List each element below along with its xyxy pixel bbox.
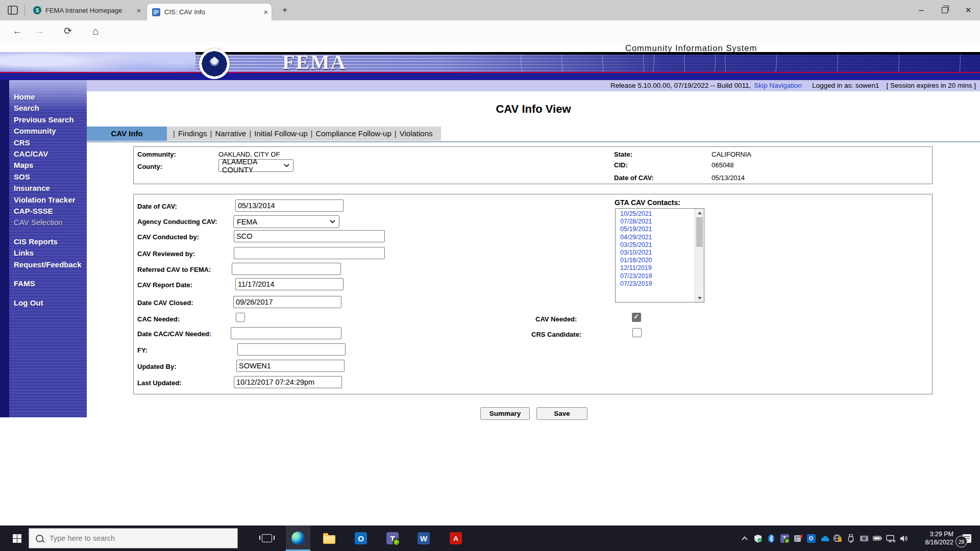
cav-needed-checkbox[interactable] [632, 313, 641, 322]
sidebar-item[interactable]: FAMS [14, 278, 82, 289]
skip-navigation-link[interactable]: Skip Navigation [754, 82, 802, 89]
conducted-by-input[interactable] [234, 230, 385, 242]
county-select[interactable]: ALAMEDA COUNTY [218, 159, 293, 172]
gta-contact-date-link[interactable]: 03/10/2021 [616, 249, 695, 257]
teams-tray-icon[interactable]: T✓ [778, 525, 791, 551]
sidebar-item[interactable]: Home [14, 91, 82, 103]
task-view-icon[interactable] [255, 525, 279, 551]
taskbar-app-teams[interactable]: T✓ [380, 525, 405, 551]
gta-contact-date-link[interactable]: 01/16/2020 [616, 257, 695, 264]
tab-layout-icon[interactable] [7, 5, 18, 15]
home-icon[interactable]: ⌂ [88, 24, 103, 38]
report-date-label: CAV Report Date: [137, 281, 192, 289]
sidebar-item[interactable]: Links [14, 247, 82, 259]
tab-cav-info[interactable]: CAV Info [87, 127, 167, 141]
tab-title: FEMA Intranet Homepage [45, 7, 133, 14]
cav-tab[interactable]: |Narrative [210, 129, 247, 138]
sidebar-item[interactable]: Community [14, 126, 82, 137]
scroll-up-icon[interactable] [695, 209, 704, 217]
taskbar-app-outlook[interactable]: O [349, 525, 373, 551]
gta-contact-date-link[interactable]: 07/23/2019 [616, 280, 695, 288]
crs-candidate-checkbox[interactable] [632, 328, 642, 337]
sidebar-item[interactable]: CRS [14, 137, 82, 148]
camera-device-icon[interactable] [857, 525, 871, 551]
cav-tab[interactable]: |Findings [173, 129, 207, 138]
date-of-cav-value: 05/13/2014 [712, 174, 745, 182]
sidebar-item[interactable]: SOS [14, 171, 82, 183]
gta-contact-date-link[interactable]: 04/29/2021 [616, 234, 695, 241]
start-button[interactable] [5, 525, 29, 551]
sidebar-item[interactable]: Search [14, 103, 82, 114]
gta-contact-date-link[interactable]: 12/11/2019 [616, 264, 695, 272]
browser-tab-fema-intranet[interactable]: S FEMA Intranet Homepage × [28, 0, 144, 20]
agency-select[interactable]: FEMA [233, 215, 339, 228]
listbox-scrollbar[interactable] [695, 209, 704, 302]
browser-tab-cis-cav-info[interactable]: CIS: CAV Info × [147, 4, 272, 20]
date-cac-needed-input[interactable] [231, 327, 341, 339]
outlook-tray-icon[interactable]: O [804, 525, 818, 551]
back-icon[interactable]: ← [10, 24, 25, 38]
cav-tab[interactable]: |Initial Follow-up [249, 129, 307, 138]
taskbar-app-edge[interactable] [286, 525, 310, 551]
last-updated-input[interactable] [234, 376, 342, 388]
close-tab-icon[interactable]: × [260, 8, 272, 16]
gta-contact-date-link[interactable]: 03/25/2021 [616, 241, 695, 249]
date-closed-input[interactable] [233, 296, 341, 308]
volume-icon[interactable] [897, 525, 911, 551]
taskbar-app-word[interactable]: W [411, 525, 436, 551]
close-window-icon[interactable]: ✕ [957, 0, 980, 20]
date-of-cav-input[interactable] [235, 199, 344, 212]
tray-chevron-up-icon[interactable] [738, 525, 751, 551]
referred-input[interactable] [232, 263, 341, 275]
usb-device-icon[interactable] [844, 525, 857, 551]
report-date-input[interactable] [235, 278, 344, 290]
taskbar-clock[interactable]: 3:29 PM 8/16/2022 [914, 530, 953, 546]
reviewed-by-input[interactable] [234, 247, 385, 259]
gta-cav-contacts-listbox[interactable]: 10/25/202107/28/202105/19/202104/29/2021… [615, 208, 704, 303]
sidebar-item[interactable]: CAV Selection [14, 217, 82, 228]
security-shield-icon[interactable] [751, 525, 765, 551]
vpn-globe-lock-icon[interactable] [831, 525, 844, 551]
sidebar-item[interactable]: Request/Feedback [14, 259, 82, 270]
network-display-icon[interactable] [884, 525, 897, 551]
sidebar-item[interactable]: CIS Reports [14, 236, 82, 247]
agency-label: Agency Conducting CAV: [137, 218, 217, 226]
sidebar-item[interactable]: Violation Tracker [14, 194, 82, 206]
onedrive-icon[interactable] [818, 525, 831, 551]
fy-input[interactable] [237, 343, 346, 356]
cav-tab[interactable]: |Violations [395, 129, 433, 138]
system-tray: T✓ ✱ O [738, 525, 980, 551]
app-alert-icon[interactable]: ✱ [791, 525, 804, 551]
taskbar-search[interactable] [29, 528, 238, 548]
sidebar-item[interactable]: Maps [14, 160, 82, 171]
search-input[interactable] [48, 534, 219, 543]
updated-by-input[interactable] [236, 360, 345, 372]
new-tab-button[interactable]: + [278, 4, 291, 17]
sidebar-item[interactable]: CAP-SSSE [14, 206, 82, 217]
cac-needed-checkbox[interactable] [236, 313, 245, 322]
close-tab-icon[interactable]: × [133, 6, 144, 15]
cav-tab[interactable]: |Compliance Follow-up [311, 129, 391, 138]
sidebar-item[interactable]: Previous Search [14, 114, 82, 126]
action-center-icon[interactable]: 28 [953, 525, 980, 551]
sidebar-item[interactable]: CAC/CAV [14, 148, 82, 160]
save-button[interactable]: Save [536, 407, 587, 420]
sidebar-item[interactable]: Insurance [14, 183, 82, 194]
gta-contact-date-link[interactable]: 10/25/2021 [616, 210, 695, 218]
scrollbar-thumb[interactable] [696, 217, 703, 247]
sidebar-item[interactable]: Log Out [14, 297, 82, 309]
summary-button[interactable]: Summary [480, 407, 530, 420]
taskbar-app-acrobat[interactable]: A [444, 525, 468, 551]
minimize-window-icon[interactable]: – [910, 0, 933, 20]
gta-contact-date-link[interactable]: 07/28/2021 [616, 218, 695, 226]
bluetooth-icon[interactable] [765, 525, 778, 551]
restore-window-icon[interactable] [933, 0, 957, 20]
gta-contact-date-link[interactable]: 05/19/2021 [616, 226, 695, 233]
taskbar-app-file-explorer[interactable] [317, 525, 341, 551]
battery-icon[interactable] [871, 525, 884, 551]
reload-icon[interactable]: ⟳ [60, 24, 76, 38]
scroll-down-icon[interactable] [695, 294, 704, 302]
gta-contact-date-link[interactable]: 07/23/2019 [616, 272, 695, 280]
date-of-cav-label: Date of CAV: [614, 174, 654, 182]
gray-tabs: |Findings|Narrative|Initial Follow-up|Co… [167, 127, 441, 141]
